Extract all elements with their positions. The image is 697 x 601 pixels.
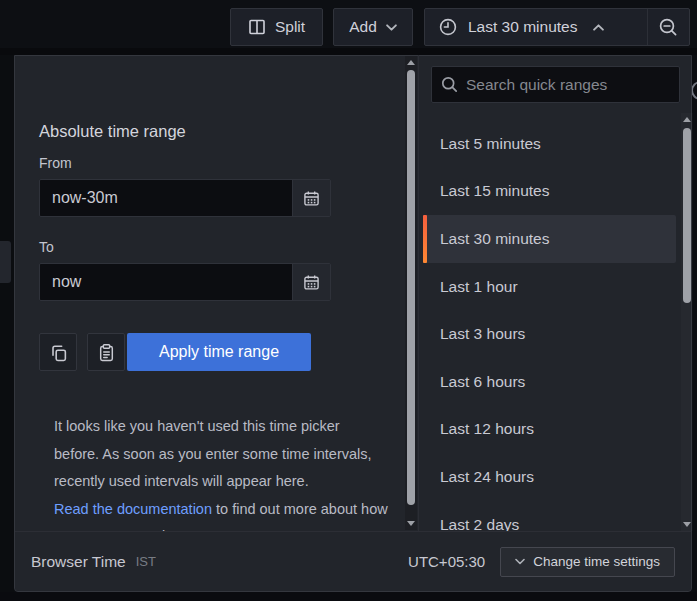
quick-range-label: Last 1 hour [440, 278, 518, 296]
quick-range-item[interactable]: Last 15 minutes [423, 168, 676, 216]
apply-button[interactable]: Apply time range [127, 333, 311, 371]
time-range-label: Last 30 minutes [468, 18, 577, 36]
quick-range-item[interactable]: Last 24 hours [423, 453, 676, 501]
selected-indicator [423, 215, 427, 263]
from-input[interactable] [40, 180, 292, 216]
quick-range-label: Last 5 minutes [440, 135, 541, 153]
zoom-out-time-button[interactable] [647, 9, 689, 45]
left-scrollbar-thumb[interactable] [407, 70, 415, 505]
screen: Split Add Last 30 minutes [0, 0, 697, 601]
documentation-link[interactable]: Read the documentation [54, 501, 212, 517]
help-intro: It looks like you haven't used this time… [54, 418, 372, 489]
quick-ranges-list: Last 5 minutesLast 15 minutesLast 30 min… [423, 120, 676, 531]
chevron-up-icon [593, 24, 604, 31]
to-calendar-button[interactable] [292, 264, 330, 300]
scroll-up-arrow-icon[interactable] [407, 60, 415, 65]
occluded-ui-fragment [0, 241, 11, 283]
timezone-abbr: IST [136, 554, 156, 569]
left-scrollbar[interactable] [405, 56, 417, 530]
from-input-group [39, 179, 331, 217]
quick-range-item[interactable]: Last 30 minutes [423, 215, 676, 263]
timezone-name: Browser Time [31, 553, 126, 571]
to-input-group [39, 263, 331, 301]
copy-icon [49, 343, 68, 362]
column-divider [418, 55, 419, 531]
quick-range-item[interactable]: Last 6 hours [423, 358, 676, 406]
chevron-down-icon [515, 558, 525, 565]
quick-range-search [431, 66, 680, 103]
utc-offset: UTC+05:30 [408, 553, 485, 570]
copy-time-range-button[interactable] [39, 333, 77, 371]
chevron-down-icon [386, 24, 397, 31]
absolute-range-title: Absolute time range [39, 122, 186, 141]
quick-range-label: Last 3 hours [440, 325, 525, 343]
split-button[interactable]: Split [230, 8, 323, 46]
quick-range-item[interactable]: Last 2 days [423, 501, 676, 531]
scroll-up-arrow-icon[interactable] [683, 117, 691, 122]
quick-range-item[interactable]: Last 12 hours [423, 406, 676, 454]
to-label: To [39, 239, 54, 255]
quick-range-label: Last 15 minutes [440, 182, 549, 200]
search-icon [441, 76, 458, 93]
list-scrollbar[interactable] [681, 113, 693, 531]
quick-range-label: Last 24 hours [440, 468, 534, 486]
quick-range-label: Last 30 minutes [440, 230, 549, 248]
time-picker-button[interactable]: Last 30 minutes [425, 9, 647, 45]
time-picker-button-group: Last 30 minutes [424, 8, 690, 46]
change-time-settings-label: Change time settings [533, 554, 660, 569]
from-label: From [39, 155, 72, 171]
quick-range-item[interactable]: Last 5 minutes [423, 120, 676, 168]
from-calendar-button[interactable] [292, 180, 330, 216]
search-input[interactable] [466, 76, 670, 94]
to-input[interactable] [40, 264, 292, 300]
clock-icon [438, 17, 458, 37]
zoom-out-icon [658, 17, 679, 38]
quick-range-label: Last 12 hours [440, 420, 534, 438]
list-scrollbar-thumb[interactable] [683, 128, 691, 303]
page-background-left [0, 55, 14, 601]
timezone-footer: Browser Time IST UTC+05:30 Change time s… [15, 531, 691, 591]
quick-range-label: Last 6 hours [440, 373, 525, 391]
calendar-icon [303, 190, 320, 207]
split-button-label: Split [275, 18, 305, 36]
paste-time-range-button[interactable] [87, 333, 125, 371]
clipboard-paste-icon [97, 343, 116, 362]
change-time-settings-button[interactable]: Change time settings [500, 547, 675, 577]
toolbar: Split Add Last 30 minutes [0, 0, 697, 55]
page-background-bottom [0, 592, 697, 601]
toolbar-shade [0, 48, 697, 55]
quick-range-item[interactable]: Last 3 hours [423, 310, 676, 358]
split-panes-icon [248, 18, 266, 36]
scroll-down-arrow-icon[interactable] [683, 522, 691, 527]
quick-range-label: Last 2 days [440, 516, 519, 531]
scroll-down-arrow-icon[interactable] [407, 521, 415, 526]
add-button[interactable]: Add [333, 8, 413, 46]
quick-range-item[interactable]: Last 1 hour [423, 263, 676, 311]
calendar-icon [303, 274, 320, 291]
add-button-label: Add [349, 18, 377, 36]
